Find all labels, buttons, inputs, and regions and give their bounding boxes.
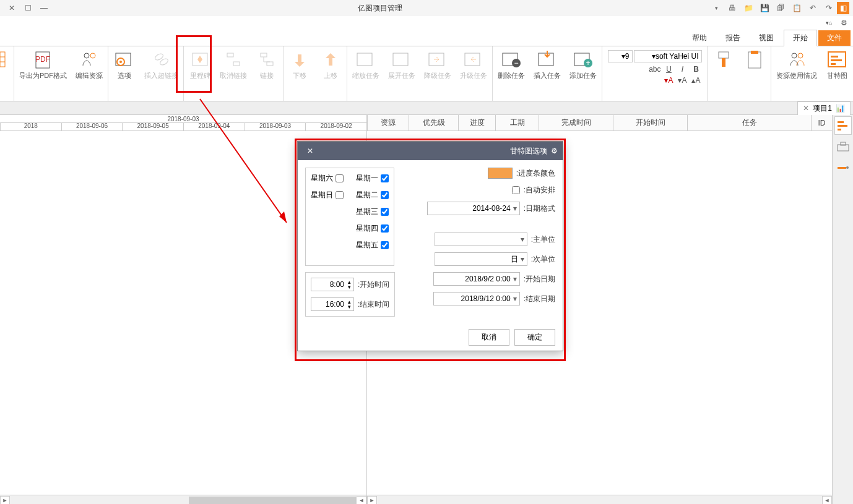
tab-report[interactable]: 报告 xyxy=(717,30,749,46)
link-button[interactable]: 链接 xyxy=(256,49,278,80)
downgrade-button[interactable]: 降级任务 xyxy=(424,49,451,80)
format-painter-button[interactable] xyxy=(712,49,735,70)
tab-view[interactable]: 视图 xyxy=(750,30,782,46)
underline-button[interactable]: U xyxy=(664,65,675,74)
maximize-button[interactable]: ☐ xyxy=(20,2,36,14)
delete-task-button[interactable]: −删除任务 xyxy=(498,49,525,80)
font-style-buttons: B I U abc xyxy=(608,65,702,74)
milestone-button[interactable]: 里程碑 xyxy=(189,49,211,80)
start-time-input[interactable]: 8:00▴▾ xyxy=(311,278,354,291)
move-down-button[interactable]: 下移 xyxy=(288,49,311,80)
chk-mon[interactable] xyxy=(381,174,389,182)
col-res[interactable]: 资源 xyxy=(367,115,409,130)
tab-start[interactable]: 开始 xyxy=(784,30,817,46)
undo-icon[interactable]: ↶ xyxy=(805,2,821,14)
edit-resource-button[interactable]: 编辑资源 xyxy=(76,49,103,80)
weekday-group: 星期一 星期二 星期三 星期四 星期五 星期六 星期日 xyxy=(305,168,394,266)
font-name-select[interactable]: soft YaHei UI ▾ xyxy=(634,50,702,62)
unlink-button[interactable]: 取消链接 xyxy=(220,49,247,80)
col-id[interactable]: ID xyxy=(811,115,832,130)
font-size-select[interactable]: 9 ▾ xyxy=(608,50,633,62)
svg-rect-48 xyxy=(838,167,846,169)
paste-icon[interactable]: 📋 xyxy=(789,2,805,14)
ok-button[interactable]: 确定 xyxy=(514,329,555,346)
svg-rect-43 xyxy=(838,121,844,123)
cancel-button[interactable]: 取消 xyxy=(469,329,509,346)
svg-rect-44 xyxy=(838,125,847,127)
col-pred[interactable]: 优先级 xyxy=(409,115,458,130)
tl-hscroll[interactable]: ◄► xyxy=(0,495,366,504)
chk-wed[interactable] xyxy=(381,208,389,216)
tab-file[interactable]: 文件 xyxy=(818,30,851,46)
gantt-button[interactable]: 甘特图 xyxy=(826,49,848,80)
app-icon: ◧ xyxy=(837,2,849,14)
svg-rect-8 xyxy=(719,52,729,58)
svg-rect-19 xyxy=(393,53,408,66)
insert-task-button[interactable]: 插入任务 xyxy=(534,49,561,80)
svg-rect-3 xyxy=(831,63,836,65)
sub-unit-select[interactable]: 日 xyxy=(435,252,527,266)
close-task-button[interactable]: 缩放任务 xyxy=(352,49,379,80)
main-unit-select[interactable] xyxy=(435,233,527,246)
chk-fri[interactable] xyxy=(381,241,389,249)
redo-icon[interactable]: ↷ xyxy=(821,2,837,14)
dialog-icon: ⚙ xyxy=(551,147,558,155)
close-button[interactable]: ✕ xyxy=(4,2,20,14)
font-color-button[interactable]: A▾ xyxy=(664,76,675,85)
nav-gantt-icon[interactable] xyxy=(834,116,852,135)
italic-button[interactable]: I xyxy=(677,65,688,74)
chk-sat[interactable] xyxy=(336,174,344,182)
col-end[interactable]: 完成时间 xyxy=(539,115,613,130)
nav-resource-icon[interactable] xyxy=(834,158,852,177)
dialog-title: 甘特图选项 xyxy=(510,146,547,156)
options-dialog: ⚙甘特图选项 ✕ 进度条颜色: 自动安排: 日期格式:2014-08-24 主单… xyxy=(297,141,563,351)
option-button[interactable]: 选项 xyxy=(113,49,136,80)
print-icon[interactable]: 🖶 xyxy=(724,2,740,14)
chk-thu[interactable] xyxy=(381,224,389,233)
titlebar: ◧ ↷ ↶ 📋 🗐 💾 📁 🖶 ▾ 亿图项目管理 — ☐ ✕ xyxy=(0,0,853,16)
auto-arrange-checkbox[interactable] xyxy=(512,186,520,194)
table-dropdown[interactable]: ▾ xyxy=(0,49,9,77)
add-task-button[interactable]: +添加任务 xyxy=(569,49,597,80)
qat-more-icon[interactable]: ▾ xyxy=(708,2,724,14)
chk-sun[interactable] xyxy=(336,191,344,199)
hyperlink-button[interactable]: 插入超链接 xyxy=(144,49,178,80)
svg-rect-35 xyxy=(0,52,5,67)
close-tab-icon[interactable]: ✕ xyxy=(803,104,809,113)
tab-help[interactable]: 帮助 xyxy=(683,30,716,46)
copy-icon[interactable]: 🗐 xyxy=(773,2,789,14)
dialog-close-icon[interactable]: ✕ xyxy=(303,147,318,155)
font-shrink-button[interactable]: A▾ xyxy=(677,76,688,85)
col-start[interactable]: 开始时间 xyxy=(613,115,687,130)
chk-tue[interactable] xyxy=(381,191,389,199)
svg-rect-24 xyxy=(233,62,240,66)
end-time-input[interactable]: 16:00▴▾ xyxy=(311,297,354,311)
col-dur[interactable]: 工期 xyxy=(495,115,539,130)
doc-tab[interactable]: 📊 项目1 ✕ xyxy=(797,101,851,115)
bar-color-swatch[interactable] xyxy=(488,168,513,179)
move-up-button[interactable]: 上移 xyxy=(319,49,342,80)
save-icon[interactable]: 💾 xyxy=(756,2,773,14)
strike-button[interactable]: abc xyxy=(650,65,661,74)
open-task-button[interactable]: 展开任务 xyxy=(388,49,415,80)
grid-hscroll[interactable]: ◄► xyxy=(367,495,832,504)
end-date-input[interactable]: 2018/9/12 0:00 xyxy=(433,292,520,305)
date-format-select[interactable]: 2014-08-24 xyxy=(427,202,520,215)
home-icon[interactable]: ⌂▾ xyxy=(823,17,834,28)
svg-point-5 xyxy=(798,53,803,58)
left-nav xyxy=(832,115,853,504)
col-prog[interactable]: 进度 xyxy=(458,115,495,130)
bold-button[interactable]: B xyxy=(691,65,702,74)
font-grow-button[interactable]: A▴ xyxy=(691,76,702,85)
open-icon[interactable]: 📁 xyxy=(740,2,756,14)
settings-icon[interactable]: ⚙ xyxy=(838,17,849,28)
clipboard-button[interactable] xyxy=(743,49,766,70)
minimize-button[interactable]: — xyxy=(36,2,52,14)
col-name[interactable]: 任务 xyxy=(687,115,811,130)
svg-point-32 xyxy=(90,53,95,58)
export-pdf-button[interactable]: PDF导出为PDF格式 xyxy=(19,49,67,80)
start-date-input[interactable]: 2018/9/2 0:00 xyxy=(433,272,520,286)
resource-usage-button[interactable]: 资源使用情况 xyxy=(776,49,817,80)
upgrade-button[interactable]: 升级任务 xyxy=(460,49,487,80)
nav-toolbox-icon[interactable] xyxy=(834,137,852,156)
